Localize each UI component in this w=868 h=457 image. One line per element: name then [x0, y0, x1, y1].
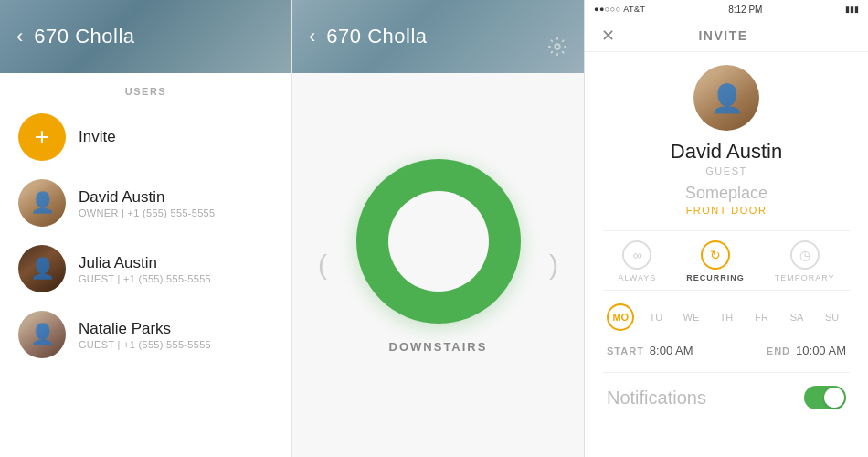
- face-julia: 👤: [18, 245, 66, 292]
- invite-face: 👤: [693, 65, 759, 131]
- status-time: 8:12 PM: [728, 5, 762, 15]
- user-info-david: David Austin OWNER | +1 (555) 555-5555: [79, 188, 215, 218]
- time-row: START 8:00 AM END 10:00 AM: [603, 344, 850, 357]
- invite-user-avatar: 👤: [693, 65, 759, 131]
- panel2-header: ‹ 670 Cholla: [292, 0, 584, 73]
- user-name-natalie: Natalie Parks: [79, 320, 211, 338]
- end-time-group: END 10:00 AM: [767, 344, 846, 357]
- avatar-natalie: 👤: [18, 311, 66, 358]
- panel1-title: 670 Cholla: [34, 25, 134, 48]
- invite-button[interactable]: + Invite: [0, 104, 291, 170]
- users-panel: ‹ 670 Cholla USERS + Invite 👤 David Aust…: [0, 0, 292, 457]
- users-list: + Invite 👤 David Austin OWNER | +1 (555)…: [0, 104, 291, 457]
- day-sa[interactable]: SA: [783, 303, 810, 331]
- toggle-thumb: [824, 388, 844, 408]
- lock-name-label: DOWNSTAIRS: [389, 340, 488, 354]
- settings-button[interactable]: [547, 37, 567, 60]
- day-mo[interactable]: MO: [607, 303, 634, 331]
- invite-title: INVITE: [698, 28, 747, 43]
- battery-indicator: ▮▮▮: [845, 5, 859, 14]
- schedule-selector: ∞ ALWAYS ↻ RECURRING ◷ TEMPORARY: [603, 230, 850, 291]
- invite-info: Invite: [79, 128, 116, 146]
- days-row: MO TU WE TH FR SA SU: [603, 303, 850, 331]
- invite-header: ✕ INVITE: [585, 18, 868, 52]
- close-button[interactable]: ✕: [601, 26, 615, 46]
- carrier-label: ●●○○○ AT&T: [594, 5, 646, 14]
- notifications-toggle[interactable]: [804, 386, 846, 409]
- user-row-david[interactable]: 👤 David Austin OWNER | +1 (555) 555-5555: [0, 170, 291, 236]
- temporary-label: TEMPORARY: [775, 273, 835, 282]
- user-info-julia: Julia Austin GUEST | +1 (555) 555-5555: [79, 254, 211, 284]
- panel2-back-button[interactable]: ‹: [309, 25, 315, 48]
- start-label: START: [607, 345, 644, 356]
- notifications-row: Notifications: [603, 372, 850, 409]
- temporary-icon: ◷: [790, 240, 820, 270]
- status-bar: ●●○○○ AT&T 8:12 PM ▮▮▮: [585, 0, 868, 18]
- face-natalie: 👤: [18, 311, 66, 358]
- right-bracket: ): [549, 250, 558, 281]
- invite-label: Invite: [79, 128, 116, 146]
- user-name-julia: Julia Austin: [79, 254, 211, 272]
- avatar-david: 👤: [18, 179, 66, 227]
- day-tu[interactable]: TU: [642, 303, 670, 331]
- user-meta-david: OWNER | +1 (555) 555-5555: [79, 207, 215, 218]
- sched-temporary[interactable]: ◷ TEMPORARY: [775, 240, 835, 282]
- day-fr[interactable]: FR: [748, 303, 776, 331]
- invite-avatar-icon: +: [18, 113, 66, 161]
- user-meta-natalie: GUEST | +1 (555) 555-5555: [79, 339, 211, 350]
- user-row-julia[interactable]: 👤 Julia Austin GUEST | +1 (555) 555-5555: [0, 236, 291, 302]
- invite-body: 👤 David Austin GUEST Someplace FRONT DOO…: [585, 52, 868, 457]
- sched-always[interactable]: ∞ ALWAYS: [618, 240, 656, 282]
- notifications-label: Notifications: [607, 388, 706, 409]
- user-meta-julia: GUEST | +1 (555) 555-5555: [79, 273, 211, 284]
- lock-donut[interactable]: [356, 159, 521, 324]
- recurring-icon: ↻: [701, 240, 730, 270]
- users-section-label: USERS: [0, 73, 291, 104]
- always-icon: ∞: [622, 240, 651, 270]
- invite-user-name: David Austin: [671, 140, 782, 164]
- user-name-david: David Austin: [79, 188, 215, 207]
- donut-inner: [388, 191, 489, 292]
- plus-icon: +: [35, 124, 49, 150]
- always-label: ALWAYS: [618, 273, 656, 282]
- day-we[interactable]: WE: [677, 303, 704, 331]
- left-bracket: (: [318, 250, 327, 281]
- lock-center: ( ) DOWNSTAIRS: [292, 73, 584, 457]
- avatar-julia: 👤: [18, 245, 66, 292]
- svg-point-0: [555, 44, 560, 49]
- face-david: 👤: [18, 179, 66, 227]
- invite-location: Someplace: [685, 184, 767, 203]
- day-th[interactable]: TH: [713, 303, 740, 331]
- user-row-natalie[interactable]: 👤 Natalie Parks GUEST | +1 (555) 555-555…: [0, 302, 291, 367]
- day-su[interactable]: SU: [819, 303, 846, 331]
- user-info-natalie: Natalie Parks GUEST | +1 (555) 555-5555: [79, 320, 211, 350]
- end-label: END: [767, 345, 790, 356]
- panel1-header: ‹ 670 Cholla: [0, 0, 291, 73]
- start-time-group: START 8:00 AM: [607, 344, 693, 357]
- invite-user-role: GUEST: [705, 165, 746, 176]
- panel1-back-button[interactable]: ‹: [16, 25, 23, 48]
- start-value[interactable]: 8:00 AM: [650, 344, 693, 357]
- invite-panel: ●●○○○ AT&T 8:12 PM ▮▮▮ ✕ INVITE 👤 David …: [585, 0, 868, 457]
- recurring-label: RECURRING: [686, 273, 745, 282]
- panel2-title: 670 Cholla: [326, 25, 427, 48]
- lock-panel: ‹ 670 Cholla ( ) DOWNSTAIRS: [292, 0, 585, 457]
- invite-door: FRONT DOOR: [686, 205, 767, 216]
- end-value[interactable]: 10:00 AM: [796, 344, 846, 357]
- sched-recurring[interactable]: ↻ RECURRING: [686, 240, 745, 282]
